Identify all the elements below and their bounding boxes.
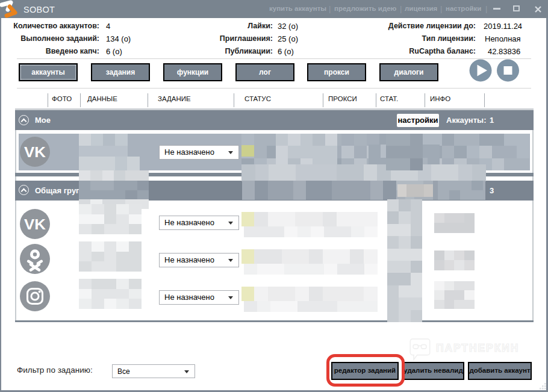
svg-text:VK: VK [24,216,46,232]
svg-text:VK: VK [24,144,46,160]
